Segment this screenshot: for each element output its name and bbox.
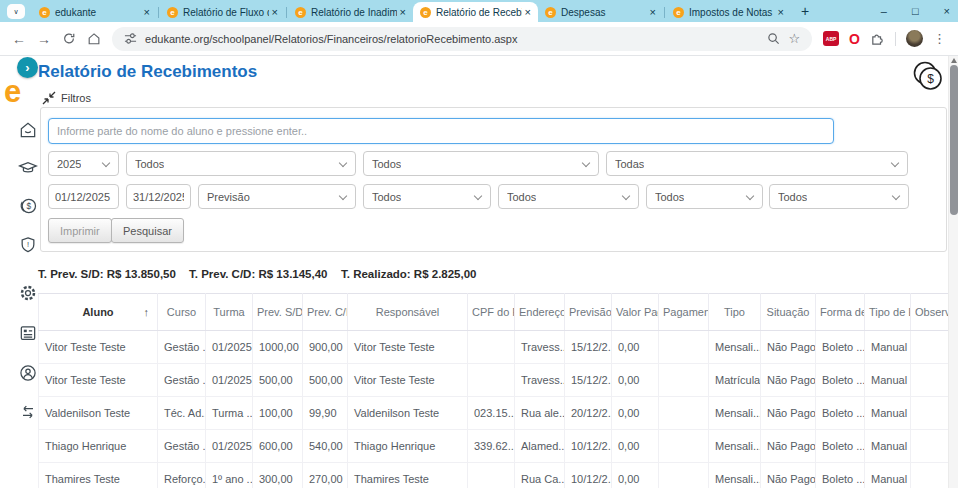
extensions-puzzle-icon[interactable] [870, 31, 885, 46]
table-cell: 01/2025 [206, 364, 253, 397]
table-row[interactable]: Thamires TesteReforço...1º ano ...300,00… [39, 463, 958, 488]
profile-person-icon[interactable] [18, 363, 38, 383]
tab-recebimentos-active[interactable]: e Relatório de Recebimentos × [413, 2, 538, 22]
column-header[interactable]: Endereço [515, 294, 565, 331]
page-scrollbar[interactable] [948, 56, 958, 488]
zoom-icon[interactable] [767, 32, 780, 45]
graduation-cap-icon[interactable] [18, 158, 38, 178]
sort-ascending-icon[interactable]: ↑ [144, 306, 150, 318]
minimize-button[interactable]: – [881, 5, 887, 17]
profile-avatar[interactable] [906, 30, 923, 47]
course-select[interactable]: Todos [126, 151, 356, 176]
page-content: e $ ! › [0, 56, 958, 488]
edukante-favicon-icon: e [39, 7, 50, 18]
total-prev-cd: T. Prev. C/D: R$ 13.145,40 [189, 268, 328, 280]
tab-close-icon[interactable]: × [144, 6, 150, 18]
forward-icon[interactable]: → [37, 32, 51, 46]
table-cell: Thamires Teste [348, 463, 468, 488]
site-settings-icon[interactable] [124, 32, 137, 45]
print-button[interactable]: Imprimir [48, 218, 112, 243]
table-cell: Vitor Teste Teste [348, 364, 468, 397]
chevron-down-icon [891, 159, 899, 167]
tab-fluxo-de-caixa[interactable]: e Relatório de Fluxo de Caix × [160, 2, 285, 22]
tab-impostos[interactable]: e Impostos de Notas Fiscais × [666, 2, 791, 22]
collapse-filters-icon[interactable] [42, 91, 56, 105]
edukante-favicon-icon: e [420, 7, 431, 18]
date-from-input[interactable] [48, 184, 119, 209]
column-header[interactable]: Pagamen [659, 294, 709, 331]
tab-edukante[interactable]: e edukante × [32, 2, 157, 22]
swap-arrows-icon[interactable] [18, 402, 38, 422]
table-row[interactable]: Valdenilson TesteTéc. Ad...Turma ...100,… [39, 397, 958, 430]
scroll-up-icon[interactable] [951, 58, 957, 63]
tab-inadimplencia[interactable]: e Relatório de Inadimplência × [288, 2, 413, 22]
table-row[interactable]: Thiago HenriqueGestão ...01/2025600,0054… [39, 430, 958, 463]
date-to-input[interactable] [126, 184, 191, 209]
adblock-extension-icon[interactable]: ABP [823, 31, 839, 46]
table-cell: 01/2025 [206, 430, 253, 463]
type-select[interactable]: Todos [498, 184, 639, 209]
table-cell [659, 463, 709, 488]
table-cell: Reforço... [158, 463, 206, 488]
status-select[interactable]: Todos [363, 184, 491, 209]
student-search-input[interactable] [48, 118, 834, 144]
receipts-table: Aluno↑CursoTurmaPrev. S/DPrev. C/DRespon… [38, 293, 958, 488]
column-header[interactable]: Previsão [565, 294, 612, 331]
tab-search-button[interactable]: ∨ [7, 4, 25, 19]
tab-close-icon[interactable]: × [525, 6, 531, 18]
table-cell: Rua ale... [515, 397, 565, 430]
column-header[interactable]: Tipo [709, 294, 761, 331]
chevron-down-icon [339, 159, 347, 167]
column-header[interactable]: Forma de [816, 294, 865, 331]
address-bar[interactable]: edukante.org/schoolpanel/Relatorios/Fina… [112, 27, 812, 51]
column-header[interactable]: Tipo de E [865, 294, 911, 331]
tab-close-icon[interactable]: × [272, 6, 278, 18]
new-tab-button[interactable]: + [801, 3, 809, 19]
reload-icon[interactable] [62, 31, 76, 46]
column-header[interactable]: CPF do R [468, 294, 515, 331]
unit-select[interactable]: Todas [606, 151, 908, 176]
back-icon[interactable]: ← [12, 32, 26, 46]
column-header[interactable]: Turma [206, 294, 253, 331]
coin-finance-icon[interactable]: $ [18, 196, 38, 216]
tab-despesas[interactable]: e Despesas × [538, 2, 663, 22]
home-icon[interactable] [87, 31, 101, 46]
column-header[interactable]: Prev. C/D [303, 294, 348, 331]
table-cell: 0,00 [612, 397, 659, 430]
entry-type-select[interactable]: Todos [769, 184, 909, 209]
payment-form-select[interactable]: Todos [646, 184, 763, 209]
red-o-extension-icon[interactable]: O [849, 32, 860, 46]
column-header[interactable]: Curso [158, 294, 206, 331]
column-header[interactable]: Responsável [348, 294, 468, 331]
column-header[interactable]: Situação [761, 294, 816, 331]
tab-close-icon[interactable]: × [400, 6, 406, 18]
gear-settings-icon[interactable] [18, 283, 38, 303]
scrollbar-thumb[interactable] [950, 65, 958, 215]
home-nav-icon[interactable] [18, 120, 38, 140]
extensions-row: ABP O ⋮ [823, 30, 946, 47]
table-row[interactable]: Vitor Teste TesteGestão ...01/2025500,00… [39, 364, 958, 397]
svg-text:$: $ [927, 72, 934, 86]
year-select[interactable]: 2025 [48, 151, 119, 176]
tab-close-icon[interactable]: × [650, 6, 656, 18]
column-header[interactable]: Prev. S/D [253, 294, 303, 331]
tab-close-icon[interactable]: × [778, 6, 784, 18]
table-cell: 300,00 [253, 463, 303, 488]
table-cell [468, 364, 515, 397]
url-text[interactable]: edukante.org/schoolpanel/Relatorios/Fina… [145, 33, 759, 45]
bookmark-star-icon[interactable]: ☆ [788, 31, 800, 46]
sidebar-expand-button[interactable]: › [17, 57, 38, 78]
column-header[interactable]: Valor Pag [612, 294, 659, 331]
close-window-button[interactable]: × [944, 5, 950, 17]
table-cell: Boleto ... [816, 331, 865, 364]
report-list-icon[interactable] [18, 323, 38, 343]
table-row[interactable]: Vitor Teste TesteGestão ...01/20251000,0… [39, 331, 958, 364]
column-header[interactable]: Aluno↑ [39, 294, 158, 331]
browser-menu-icon[interactable]: ⋮ [933, 31, 946, 46]
maximize-button[interactable]: □ [912, 5, 919, 17]
shield-alert-icon[interactable]: ! [18, 235, 38, 255]
coins-money-icon[interactable]: $ [909, 58, 947, 96]
search-button[interactable]: Pesquisar [111, 218, 184, 243]
class-select[interactable]: Todos [363, 151, 599, 176]
date-type-select[interactable]: Previsão [198, 184, 356, 209]
